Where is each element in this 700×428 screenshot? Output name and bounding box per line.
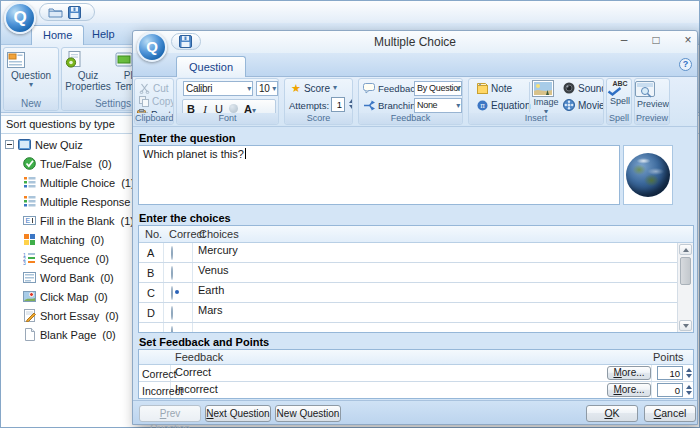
save-icon[interactable] — [68, 6, 81, 19]
dropdown-icon: ▾ — [272, 85, 276, 93]
copy-button[interactable]: Copy — [139, 94, 174, 108]
dropdown-icon: ▾ — [6, 81, 56, 89]
close-button[interactable]: × — [675, 32, 700, 51]
score-button[interactable]: ★ Score ▾ — [291, 81, 337, 95]
sidebar-item-sequence[interactable]: 123 Sequence(0) — [23, 250, 109, 267]
branching-label: Branching — [363, 98, 421, 112]
more-button[interactable]: More... — [607, 383, 651, 397]
sidebar-item-matching[interactable]: Matching(0) — [23, 231, 104, 248]
col-header-points: Points — [653, 350, 684, 364]
scroll-down-button[interactable] — [679, 320, 692, 331]
quiz-properties-button[interactable]: Quiz Properties — [64, 50, 112, 92]
choice-row-partial[interactable] — [139, 323, 677, 333]
prev-question-button[interactable]: Prev Question — [139, 405, 201, 422]
feedback-header-row: Feedback Points — [139, 350, 693, 365]
ok-button[interactable]: OK — [586, 405, 638, 422]
quiz-icon — [18, 138, 31, 151]
group-label-spell: Spell — [607, 113, 631, 124]
group-label-feedback: Feedback — [359, 113, 462, 124]
app-logo-button[interactable]: Q — [4, 2, 36, 34]
attempts-stepper[interactable] — [347, 99, 353, 109]
main-title-bar[interactable] — [1, 1, 699, 23]
question-button[interactable]: Question ▾ — [6, 50, 56, 89]
choice-row-C[interactable]: C Earth — [139, 283, 677, 303]
sidebar-item-fill-in-the-blank[interactable]: E Fill in the Blank(1) — [23, 212, 134, 229]
correct-radio[interactable] — [171, 306, 173, 320]
multiple-choice-icon — [23, 176, 36, 189]
points-input[interactable]: 0 — [657, 383, 683, 397]
sidebar-item-click-map[interactable]: Click Map(0) — [23, 288, 108, 305]
preview-button[interactable]: Preview — [635, 81, 670, 110]
tab-question[interactable]: Question — [176, 56, 246, 77]
click-map-icon — [23, 290, 36, 303]
sound-button[interactable]: Sound — [563, 81, 604, 95]
image-button[interactable]: Image ▾ — [532, 80, 560, 116]
scroll-up-button[interactable] — [679, 244, 692, 255]
tab-help[interactable]: Help — [81, 25, 126, 45]
group-label-score: Score — [285, 113, 352, 124]
save-icon[interactable] — [179, 35, 192, 48]
multiple-choice-dialog: Multiple Choice – □ × Q Question ? Cut C… — [132, 30, 698, 425]
correct-radio[interactable] — [171, 266, 173, 280]
font-size-combo[interactable]: 10▾ — [256, 81, 278, 96]
tab-home[interactable]: Home — [31, 25, 84, 45]
sidebar-item-word-bank[interactable]: Word Bank(0) — [23, 269, 114, 286]
multiple-response-icon — [23, 195, 36, 208]
svg-text:3: 3 — [23, 260, 26, 266]
cut-button[interactable]: Cut — [139, 81, 169, 95]
help-icon[interactable]: ? — [679, 58, 692, 71]
copy-icon — [139, 96, 149, 107]
points-input[interactable]: 10 — [657, 366, 683, 380]
more-button[interactable]: More... — [607, 366, 651, 380]
choice-row-A[interactable]: A Mercury — [139, 243, 677, 263]
question-section-label: Enter the question — [139, 132, 236, 144]
correct-radio[interactable] — [171, 246, 173, 260]
choice-row-D[interactable]: D Mars — [139, 303, 677, 323]
feedback-table: Feedback Points Correct Correct More... … — [138, 349, 694, 399]
new-question-button[interactable]: New Question — [275, 405, 341, 422]
collapse-icon[interactable] — [5, 140, 14, 149]
quick-access-toolbar — [39, 3, 95, 21]
minimize-button[interactable]: – — [611, 32, 637, 51]
note-button[interactable]: Note — [477, 81, 512, 95]
sidebar-item-blank-page[interactable]: Blank Page(0) — [23, 326, 116, 343]
correct-radio[interactable] — [171, 326, 173, 333]
sidebar-item-true-false[interactable]: True/False(0) — [23, 155, 112, 172]
choice-row-B[interactable]: B Venus — [139, 263, 677, 283]
svg-text:π: π — [480, 102, 485, 110]
points-stepper[interactable] — [684, 368, 693, 378]
dropdown-icon: ▾ — [456, 102, 460, 110]
sidebar-item-multiple-choice[interactable]: Multiple Choice(1) — [23, 174, 135, 191]
spell-check-icon — [607, 87, 632, 96]
movie-button[interactable]: Movie — [563, 98, 604, 112]
question-text-input[interactable]: Which planet is this? — [138, 145, 620, 205]
fill-blank-icon: E — [23, 214, 36, 227]
open-folder-icon[interactable] — [48, 7, 63, 18]
correct-radio[interactable] — [171, 286, 173, 300]
blank-page-icon — [23, 328, 36, 341]
dialog-logo-button[interactable]: Q — [137, 32, 167, 62]
choices-scrollbar[interactable] — [677, 243, 693, 332]
true-false-icon — [23, 157, 36, 170]
sidebar-item-multiple-response[interactable]: Multiple Response(0) — [23, 193, 150, 210]
scrollbar-thumb[interactable] — [680, 257, 691, 285]
branching-combo[interactable]: None▾ — [414, 98, 462, 113]
choices-section-label: Enter the choices — [139, 212, 231, 224]
maximize-button[interactable]: □ — [643, 32, 669, 51]
cancel-button[interactable]: Cancel — [644, 405, 696, 422]
question-image-thumbnail[interactable] — [623, 145, 673, 205]
feedback-label: Feedback — [363, 81, 420, 95]
dialog-tab-row: Question ? — [133, 53, 697, 77]
group-preview: Preview Preview — [634, 78, 670, 125]
attempts-input[interactable]: 1 — [331, 97, 345, 112]
spell-button[interactable]: ABC Spell — [607, 80, 632, 107]
equation-button[interactable]: π Equation — [477, 98, 530, 112]
feedback-mode-combo[interactable]: By Question▾ — [414, 81, 462, 96]
dialog-quick-access — [171, 33, 201, 50]
font-family-combo[interactable]: Calibri▾ — [183, 81, 253, 96]
dialog-footer: Prev Question Next Question New Question… — [133, 400, 697, 424]
next-question-button[interactable]: Next Question — [205, 405, 271, 422]
points-stepper[interactable] — [684, 385, 693, 395]
sidebar-item-short-essay[interactable]: Short Essay(0) — [23, 307, 119, 324]
tree-root-new-quiz[interactable]: New Quiz — [5, 136, 83, 153]
